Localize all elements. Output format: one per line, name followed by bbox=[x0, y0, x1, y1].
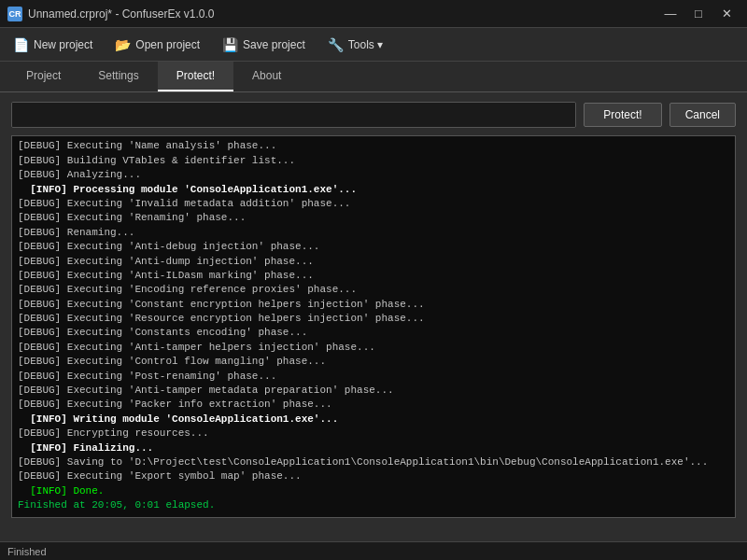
log-line: Finished at 20:05, 0:01 elapsed. bbox=[18, 498, 729, 512]
log-line: [DEBUG] Executing 'Constants encoding' p… bbox=[18, 326, 729, 340]
log-line: [DEBUG] Executing 'Anti-tamper metadata … bbox=[18, 384, 729, 398]
log-line: [DEBUG] Executing 'Anti-dump injection' … bbox=[18, 255, 729, 269]
log-line: [DEBUG] Executing 'Encoding reference pr… bbox=[18, 283, 729, 297]
main-content: Protect! Cancel [DEBUG] Watermarking...[… bbox=[0, 92, 747, 527]
minimize-button[interactable]: — bbox=[657, 5, 684, 23]
log-line: [DEBUG] Executing 'Packer info extractio… bbox=[18, 398, 729, 412]
title-bar-left: CR Unnamed.crproj* - ConfuserEx v1.0.0 bbox=[7, 7, 214, 21]
protect-button[interactable]: Protect! bbox=[584, 103, 661, 127]
top-bar: Protect! Cancel bbox=[11, 102, 736, 128]
log-line: [INFO] Writing module 'ConsoleApplicatio… bbox=[18, 413, 729, 427]
menu-item-tools-▾[interactable]: 🔧Tools ▾ bbox=[318, 34, 392, 56]
tabs-container: ProjectSettingsProtect!About bbox=[0, 62, 747, 92]
log-line: [INFO] Processing module 'ConsoleApplica… bbox=[18, 183, 729, 197]
title-bar-controls: — □ ✕ bbox=[657, 5, 740, 23]
log-line: [DEBUG] Executing 'Renaming' phase... bbox=[18, 211, 729, 225]
log-line: [DEBUG] Executing 'Control flow mangling… bbox=[18, 355, 729, 369]
log-line: [DEBUG] Executing 'Anti-ILDasm marking' … bbox=[18, 269, 729, 283]
title-bar: CR Unnamed.crproj* - ConfuserEx v1.0.0 —… bbox=[0, 0, 747, 28]
log-line: [DEBUG] Executing 'Resource encryption h… bbox=[18, 312, 729, 326]
title-bar-text: Unnamed.crproj* - ConfuserEx v1.0.0 bbox=[28, 7, 214, 21]
status-text: Finished bbox=[7, 546, 47, 557]
log-line: [DEBUG] Encrypting resources... bbox=[18, 427, 729, 441]
log-line: [DEBUG] Executing 'Export symbol map' ph… bbox=[18, 469, 729, 483]
tab-project[interactable]: Project bbox=[7, 62, 79, 91]
menu-bar: 📄New project📂Open project💾Save project🔧T… bbox=[0, 28, 747, 62]
menu-icon: 🔧 bbox=[328, 37, 344, 52]
menu-icon: 📄 bbox=[13, 37, 29, 52]
log-line: [DEBUG] Renaming... bbox=[18, 226, 729, 240]
log-line: [DEBUG] Executing 'Anti-tamper helpers i… bbox=[18, 341, 729, 355]
tab-protect-[interactable]: Protect! bbox=[158, 62, 233, 91]
progress-bar bbox=[11, 102, 576, 128]
maximize-button[interactable]: □ bbox=[685, 5, 712, 23]
status-bar: Finished bbox=[0, 541, 747, 560]
log-line: [DEBUG] Saving to 'D:\Project\test\Conso… bbox=[18, 455, 729, 469]
menu-label: New project bbox=[34, 38, 92, 51]
progress-fill bbox=[12, 103, 575, 127]
menu-item-open-project[interactable]: 📂Open project bbox=[106, 34, 209, 56]
menu-icon: 📂 bbox=[115, 37, 131, 52]
menu-label: Open project bbox=[135, 38, 200, 51]
tab-settings[interactable]: Settings bbox=[79, 62, 157, 91]
menu-item-save-project[interactable]: 💾Save project bbox=[213, 34, 315, 56]
log-line: [INFO] Done. bbox=[18, 484, 729, 498]
app-icon: CR bbox=[7, 7, 22, 21]
log-line: [DEBUG] Executing 'Anti-debug injection'… bbox=[18, 240, 729, 254]
close-button[interactable]: ✕ bbox=[713, 5, 740, 23]
menu-label: Tools ▾ bbox=[348, 38, 383, 51]
cancel-button[interactable]: Cancel bbox=[669, 103, 736, 127]
menu-label: Save project bbox=[243, 38, 305, 51]
menu-item-new-project[interactable]: 📄New project bbox=[4, 34, 102, 56]
log-line: [DEBUG] Executing 'Invalid metadata addi… bbox=[18, 197, 729, 211]
log-line: [DEBUG] Analyzing... bbox=[18, 168, 729, 182]
tab-about[interactable]: About bbox=[233, 62, 300, 91]
menu-icon: 💾 bbox=[222, 37, 238, 52]
console-output[interactable]: [DEBUG] Watermarking...[DEBUG] Executing… bbox=[11, 135, 736, 518]
log-line: [DEBUG] Executing 'Name analysis' phase.… bbox=[18, 139, 729, 153]
log-line: [INFO] Finalizing... bbox=[18, 441, 729, 455]
log-line: [DEBUG] Executing 'Post-renaming' phase.… bbox=[18, 370, 729, 384]
log-line: [DEBUG] Building VTables & identifier li… bbox=[18, 154, 729, 168]
log-line: [DEBUG] Executing 'Constant encryption h… bbox=[18, 298, 729, 312]
